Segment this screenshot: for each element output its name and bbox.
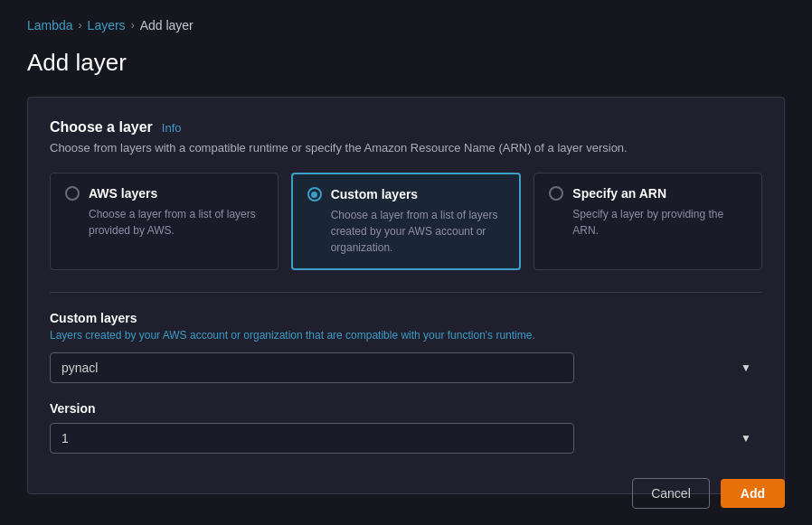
option-custom-layers-header: Custom layers xyxy=(307,187,505,202)
breadcrumb-layers[interactable]: Layers xyxy=(88,18,126,33)
info-link[interactable]: Info xyxy=(162,121,182,135)
radio-aws-layers[interactable] xyxy=(65,186,80,201)
custom-layers-select-arrow: ▼ xyxy=(741,361,751,374)
section-title: Choose a layer xyxy=(50,119,153,136)
radio-custom-layers[interactable] xyxy=(307,187,322,202)
custom-layers-subtitle: Custom layers xyxy=(50,311,762,325)
main-card: Choose a layer Info Choose from layers w… xyxy=(27,97,785,494)
custom-layers-select-wrapper: pynacl ▼ xyxy=(50,352,762,383)
custom-layers-select[interactable]: pynacl xyxy=(50,352,574,383)
option-custom-layers[interactable]: Custom layers Choose a layer from a list… xyxy=(291,173,522,270)
page-container: Lambda › Layers › Add layer Add layer Ch… xyxy=(0,0,812,525)
add-button[interactable]: Add xyxy=(721,479,785,508)
cancel-button[interactable]: Cancel xyxy=(632,478,710,509)
version-select[interactable]: 1 xyxy=(50,423,574,454)
version-select-arrow: ▼ xyxy=(741,432,751,445)
option-specify-arn-desc: Specify a layer by providing the ARN. xyxy=(549,206,747,239)
option-specify-arn[interactable]: Specify an ARN Specify a layer by provid… xyxy=(533,173,762,270)
option-aws-layers-desc: Choose a layer from a list of layers pro… xyxy=(65,206,263,239)
option-specify-arn-header: Specify an ARN xyxy=(549,186,747,201)
breadcrumb: Lambda › Layers › Add layer xyxy=(27,18,785,33)
footer: Cancel Add xyxy=(632,478,785,509)
version-label: Version xyxy=(50,401,762,416)
option-aws-layers-title: AWS layers xyxy=(89,186,157,201)
section-description: Choose from layers with a compatible run… xyxy=(50,141,762,155)
page-title: Add layer xyxy=(27,49,785,77)
option-aws-layers[interactable]: AWS layers Choose a layer from a list of… xyxy=(50,173,279,270)
breadcrumb-current: Add layer xyxy=(140,18,194,33)
custom-layers-section: Custom layers Layers created by your AWS… xyxy=(50,311,762,454)
breadcrumb-sep-2: › xyxy=(131,19,135,32)
option-custom-layers-title: Custom layers xyxy=(331,187,418,202)
section-header: Choose a layer Info xyxy=(50,119,762,136)
custom-layers-desc: Layers created by your AWS account or or… xyxy=(50,329,762,342)
option-cards: AWS layers Choose a layer from a list of… xyxy=(50,173,762,270)
radio-specify-arn[interactable] xyxy=(549,186,563,201)
section-divider xyxy=(50,292,762,293)
version-select-wrapper: 1 ▼ xyxy=(50,423,762,454)
option-aws-layers-header: AWS layers xyxy=(65,186,263,201)
option-specify-arn-title: Specify an ARN xyxy=(572,186,666,201)
option-custom-layers-desc: Choose a layer from a list of layers cre… xyxy=(307,207,505,256)
breadcrumb-sep-1: › xyxy=(79,19,82,32)
breadcrumb-lambda[interactable]: Lambda xyxy=(27,18,73,33)
